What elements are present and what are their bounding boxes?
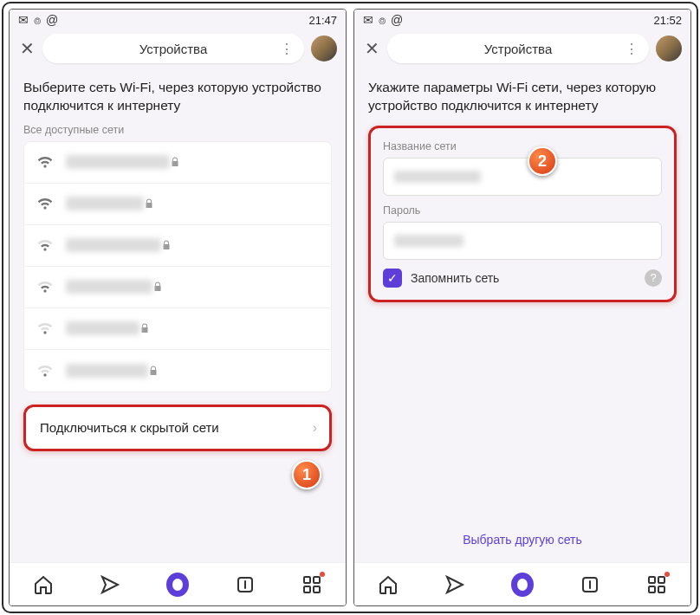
more-icon[interactable]: ⋮ xyxy=(625,41,638,57)
lock-icon xyxy=(152,282,163,292)
avatar[interactable] xyxy=(311,36,337,62)
title-text: Устройства xyxy=(484,42,552,56)
remember-checkbox[interactable]: ✓ xyxy=(383,269,402,288)
input-value-blurred xyxy=(394,171,481,183)
status-time: 21:52 xyxy=(653,14,682,27)
svg-rect-10 xyxy=(314,586,320,592)
ssid-input[interactable] xyxy=(383,158,662,196)
svg-point-3 xyxy=(43,290,46,293)
connect-hidden-network[interactable]: Подключиться к скрытой сети › xyxy=(23,405,332,451)
help-icon[interactable]: ? xyxy=(645,269,662,287)
subheading: Все доступные сети xyxy=(23,124,332,136)
remember-label: Запомнить сеть xyxy=(411,271,499,285)
wifi-item[interactable] xyxy=(24,225,331,267)
nav-tabs[interactable] xyxy=(234,573,256,596)
lock-icon xyxy=(139,323,150,333)
wifi-icon xyxy=(36,320,54,337)
wifi-ssid-blurred xyxy=(66,197,144,210)
bottom-nav xyxy=(354,562,690,605)
wifi-icon xyxy=(36,153,54,171)
wifi-item[interactable] xyxy=(24,184,331,225)
wifi-item[interactable] xyxy=(24,308,331,350)
more-icon[interactable]: ⋮ xyxy=(280,41,294,57)
bottom-nav xyxy=(10,562,346,605)
phone-left: ✉ ⌾ @ 21:47 ✕ Устройства ⋮ Выберите сеть… xyxy=(9,9,347,606)
page-title[interactable]: Устройства ⋮ xyxy=(42,34,304,63)
heading: Укажите параметры Wi-Fi сети, через кото… xyxy=(368,79,677,115)
ssid-label: Название сети xyxy=(383,140,662,152)
title-bar: ✕ Устройства ⋮ xyxy=(10,30,346,67)
nav-home[interactable] xyxy=(32,573,55,596)
svg-point-4 xyxy=(43,332,46,334)
svg-rect-7 xyxy=(304,577,310,583)
at-icon: @ xyxy=(391,13,403,27)
password-input[interactable] xyxy=(383,222,662,260)
callout-badge-2: 2 xyxy=(528,146,557,176)
title-bar: ✕ Устройства ⋮ xyxy=(354,30,690,67)
wifi-ssid-blurred xyxy=(66,238,161,252)
choose-other-network[interactable]: Выбрать другую сеть xyxy=(368,533,677,547)
svg-rect-12 xyxy=(649,577,655,583)
svg-point-0 xyxy=(43,165,46,168)
phone-right: ✉ ⌾ @ 21:52 ✕ Устройства ⋮ Укажите парам… xyxy=(353,9,691,606)
title-text: Устройства xyxy=(139,42,207,56)
nav-send[interactable] xyxy=(444,573,466,596)
wifi-ssid-blurred xyxy=(66,155,170,169)
nav-tabs[interactable] xyxy=(579,573,601,596)
nav-alice[interactable] xyxy=(511,573,534,596)
wifi-ssid-blurred xyxy=(66,321,139,335)
wifi-icon xyxy=(36,236,54,254)
lock-icon xyxy=(148,366,159,376)
nav-menu[interactable] xyxy=(645,573,668,596)
page-title[interactable]: Устройства ⋮ xyxy=(387,34,649,63)
nav-send[interactable] xyxy=(99,573,121,596)
mail-icon: ✉ xyxy=(363,13,373,27)
at-icon: @ xyxy=(46,13,58,27)
status-time: 21:47 xyxy=(308,14,337,27)
nav-home[interactable] xyxy=(377,573,399,596)
callout-badge-1: 1 xyxy=(292,460,321,489)
lock-icon xyxy=(161,240,172,250)
lock-icon xyxy=(144,198,154,209)
close-icon[interactable]: ✕ xyxy=(363,38,380,59)
svg-rect-15 xyxy=(658,586,664,592)
wifi-icon xyxy=(36,278,54,295)
svg-point-1 xyxy=(43,207,46,210)
heading: Выберите сеть Wi-Fi, через которую устро… xyxy=(23,79,332,115)
wifi-list xyxy=(23,141,332,392)
remember-row: ✓ Запомнить сеть ? xyxy=(383,269,662,288)
whatsapp-icon: ⌾ xyxy=(34,13,41,27)
wifi-item[interactable] xyxy=(24,350,331,392)
close-icon[interactable]: ✕ xyxy=(18,38,36,59)
wifi-icon xyxy=(36,195,54,212)
wifi-item[interactable] xyxy=(24,267,331,308)
svg-rect-13 xyxy=(658,577,664,583)
wifi-ssid-blurred xyxy=(66,364,148,378)
svg-point-5 xyxy=(43,373,46,376)
password-label: Пароль xyxy=(383,204,662,217)
svg-rect-8 xyxy=(314,577,320,583)
lock-icon xyxy=(170,157,180,167)
nav-menu[interactable] xyxy=(301,573,323,596)
whatsapp-icon: ⌾ xyxy=(379,13,386,27)
status-bar: ✉ ⌾ @ 21:52 xyxy=(354,10,690,30)
svg-rect-9 xyxy=(304,586,310,592)
wifi-ssid-blurred xyxy=(66,280,152,294)
notification-dot xyxy=(320,572,325,577)
avatar[interactable] xyxy=(656,36,682,62)
wifi-icon xyxy=(36,362,54,379)
svg-point-2 xyxy=(43,249,46,251)
wifi-credentials-form: Название сети Пароль ✓ Запомнить сеть ? xyxy=(368,126,677,302)
wifi-item[interactable] xyxy=(24,142,331,184)
nav-alice[interactable] xyxy=(166,573,189,596)
status-bar: ✉ ⌾ @ 21:47 xyxy=(10,10,346,30)
input-value-blurred xyxy=(394,235,463,247)
hidden-net-label: Подключиться к скрытой сети xyxy=(40,420,219,435)
mail-icon: ✉ xyxy=(18,13,29,27)
svg-rect-14 xyxy=(649,586,655,592)
chevron-right-icon: › xyxy=(313,420,317,436)
notification-dot xyxy=(664,572,670,577)
